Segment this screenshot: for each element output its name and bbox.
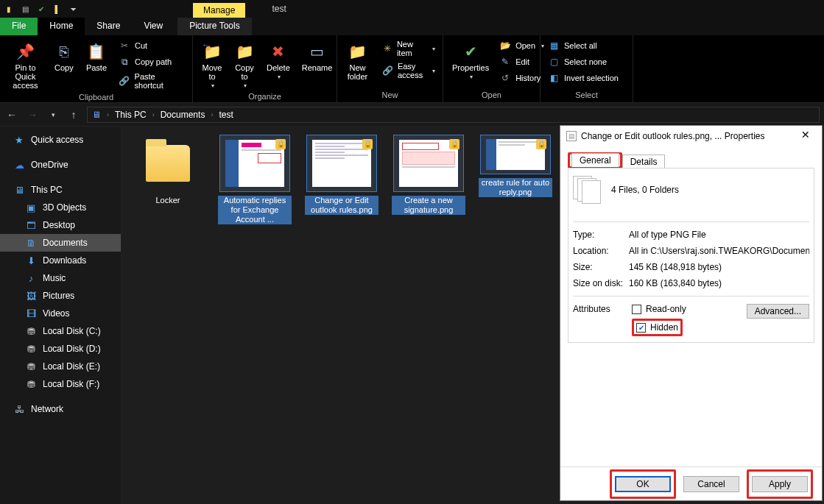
open-button[interactable]: 📂Open▾ bbox=[496, 38, 547, 53]
delete-button[interactable]: ✖Delete▾ bbox=[262, 38, 295, 92]
up-button[interactable]: ↑ bbox=[66, 109, 81, 121]
sidebar-3dobjects[interactable]: ▣3D Objects bbox=[0, 199, 121, 216]
crumb-thispc[interactable]: This PC bbox=[115, 110, 147, 120]
select-none-button[interactable]: ▢Select none bbox=[545, 54, 621, 69]
open-icon: 📂 bbox=[499, 40, 511, 52]
back-button[interactable]: ← bbox=[4, 109, 19, 121]
qat-new-icon[interactable]: ▤ bbox=[19, 3, 31, 15]
sidebar-onedrive[interactable]: ☁OneDrive bbox=[0, 156, 121, 174]
network-icon: 🖧 bbox=[13, 403, 25, 415]
highlight-general: General bbox=[568, 152, 622, 168]
location-value: All in C:\Users\raj.soni.TWEAKORG\Docume… bbox=[629, 246, 809, 256]
tab-general[interactable]: General bbox=[571, 153, 619, 167]
file-name: Change or Edit outlook rules.png bbox=[305, 196, 378, 215]
paste-shortcut-button[interactable]: 🔗Paste shortcut bbox=[116, 71, 188, 91]
edit-button[interactable]: ✎Edit bbox=[496, 54, 547, 69]
breadcrumb[interactable]: 🖥 › This PC › Documents › test bbox=[87, 107, 820, 123]
file-item-folder[interactable]: Locker bbox=[130, 135, 205, 205]
arrow-icon: ← bbox=[202, 40, 211, 50]
new-item-button[interactable]: ✳New item▾ bbox=[379, 38, 438, 59]
dialog-icon: ▤ bbox=[566, 131, 577, 141]
contextual-tab-manage[interactable]: Manage bbox=[193, 3, 245, 18]
sizeondisk-label: Size on disk: bbox=[573, 278, 629, 288]
copyto-icon: 📁 bbox=[234, 41, 255, 62]
qat-dropdown-icon[interactable]: ⏷ bbox=[68, 3, 80, 15]
cut-button[interactable]: ✂Cut bbox=[116, 38, 188, 53]
easy-icon: 🔗 bbox=[382, 65, 393, 77]
file-item[interactable]: 🔒 Automatic replies for Exchange Account… bbox=[217, 135, 292, 224]
star-icon: ★ bbox=[13, 134, 25, 146]
newitem-icon: ✳ bbox=[382, 43, 392, 54]
apply-button[interactable]: Apply bbox=[752, 476, 808, 492]
pin-quickaccess-button[interactable]: 📌Pin to Quick access bbox=[4, 38, 46, 93]
type-value: All of type PNG File bbox=[629, 230, 809, 240]
invert-icon: ◧ bbox=[548, 72, 560, 84]
highlight-ok: OK bbox=[610, 469, 676, 499]
size-label: Size: bbox=[573, 262, 629, 272]
qat-properties-icon[interactable]: ✔ bbox=[35, 3, 47, 15]
sidebar-downloads[interactable]: ⬇Downloads bbox=[0, 252, 121, 269]
easy-access-button[interactable]: 🔗Easy access▾ bbox=[379, 60, 438, 81]
sidebar-documents[interactable]: 🗎Documents bbox=[0, 234, 121, 252]
file-name: Automatic replies for Exchange Account .… bbox=[218, 196, 292, 224]
crumb-test[interactable]: test bbox=[219, 110, 233, 120]
sidebar-disk-f[interactable]: ⛃Local Disk (F:) bbox=[0, 375, 121, 393]
sidebar-quick-access[interactable]: ★Quick access bbox=[0, 131, 121, 149]
hidden-checkbox[interactable]: ✔Hidden bbox=[636, 322, 678, 333]
sidebar-disk-c[interactable]: ⛃Local Disk (C:) bbox=[0, 322, 121, 340]
chevron-down-icon: ▾ bbox=[278, 74, 281, 80]
file-name: Locker bbox=[155, 196, 180, 205]
sidebar-desktop[interactable]: 🗔Desktop bbox=[0, 216, 121, 234]
ok-button[interactable]: OK bbox=[615, 476, 671, 492]
copy-button[interactable]: ⎘Copy bbox=[49, 38, 79, 93]
cancel-button[interactable]: Cancel bbox=[683, 476, 739, 492]
tab-file[interactable]: File bbox=[0, 18, 38, 35]
cube-icon: ▣ bbox=[25, 202, 37, 213]
ribbon-tabs: File Home Share View Picture Tools bbox=[0, 18, 824, 35]
sidebar-disk-d[interactable]: ⛃Local Disk (D:) bbox=[0, 340, 121, 358]
tab-picture-tools[interactable]: Picture Tools bbox=[177, 18, 251, 35]
file-item[interactable]: 🔒 Change or Edit outlook rules.png bbox=[304, 135, 379, 215]
recent-button[interactable]: ▾ bbox=[46, 111, 60, 118]
advanced-button[interactable]: Advanced... bbox=[747, 304, 809, 319]
copy-path-button[interactable]: ⧉Copy path bbox=[116, 54, 188, 69]
sidebar-disk-e[interactable]: ⛃Local Disk (E:) bbox=[0, 358, 121, 375]
tab-home[interactable]: Home bbox=[38, 18, 85, 35]
pasteshort-icon: 🔗 bbox=[119, 75, 130, 87]
disk-icon: ⛃ bbox=[25, 325, 37, 337]
dialog-tabs: General Details bbox=[568, 152, 814, 168]
sidebar-thispc[interactable]: 🖥This PC bbox=[0, 181, 121, 199]
select-all-button[interactable]: ▦Select all bbox=[545, 38, 621, 53]
forward-button[interactable]: → bbox=[25, 109, 40, 121]
move-to-button[interactable]: 📁←Move to▾ bbox=[197, 38, 227, 92]
tab-share[interactable]: Share bbox=[85, 18, 132, 35]
history-icon: ↺ bbox=[499, 72, 511, 84]
videos-icon: 🎞 bbox=[25, 308, 37, 319]
new-folder-button[interactable]: 📁New folder bbox=[342, 38, 373, 90]
newfolder-icon: 📁 bbox=[347, 41, 367, 62]
sidebar-pictures[interactable]: 🖼Pictures bbox=[0, 287, 121, 305]
sidebar-videos[interactable]: 🎞Videos bbox=[0, 305, 121, 322]
rename-button[interactable]: ▭Rename bbox=[297, 38, 337, 92]
qat-folder-icon[interactable]: ▌ bbox=[52, 3, 63, 15]
lock-icon: 🔒 bbox=[362, 139, 373, 149]
paste-button[interactable]: 📋Paste bbox=[82, 38, 111, 93]
history-button[interactable]: ↺History bbox=[496, 71, 547, 85]
music-icon: ♪ bbox=[25, 272, 37, 284]
tab-view[interactable]: View bbox=[132, 18, 175, 35]
tab-details[interactable]: Details bbox=[622, 155, 666, 168]
copy-to-button[interactable]: 📁Copy to▾ bbox=[230, 38, 259, 92]
type-label: Type: bbox=[573, 230, 629, 240]
close-button[interactable]: ✕ bbox=[795, 129, 816, 143]
file-item[interactable]: 🔒 create rule for auto reply.png bbox=[478, 135, 553, 197]
file-item[interactable]: 🔒 Create a new signature.png bbox=[391, 135, 466, 215]
readonly-checkbox[interactable]: Read-only bbox=[632, 304, 744, 314]
dialog-titlebar[interactable]: ▤ Change or Edit outlook rules.png, ... … bbox=[560, 126, 822, 146]
crumb-documents[interactable]: Documents bbox=[161, 110, 205, 120]
properties-button[interactable]: ✔Properties▾ bbox=[448, 38, 493, 90]
sidebar-music[interactable]: ♪Music bbox=[0, 269, 121, 287]
sidebar-network[interactable]: 🖧Network bbox=[0, 400, 121, 418]
folder-icon bbox=[146, 145, 190, 182]
sizeondisk-value: 160 KB (163,840 bytes) bbox=[629, 278, 809, 288]
invert-selection-button[interactable]: ◧Invert selection bbox=[545, 71, 621, 85]
